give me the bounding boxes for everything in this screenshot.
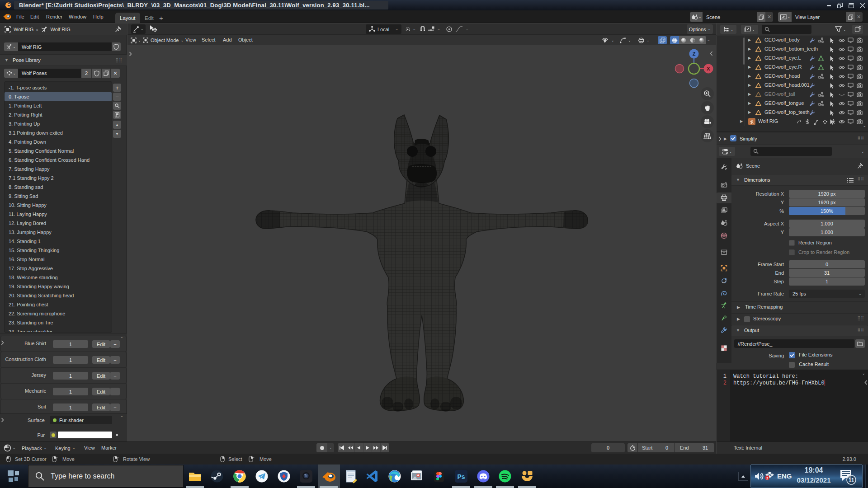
svg-text:11: 11 xyxy=(849,477,854,483)
svg-text:Ps: Ps xyxy=(457,473,465,480)
svg-text:2: 2 xyxy=(766,476,769,480)
